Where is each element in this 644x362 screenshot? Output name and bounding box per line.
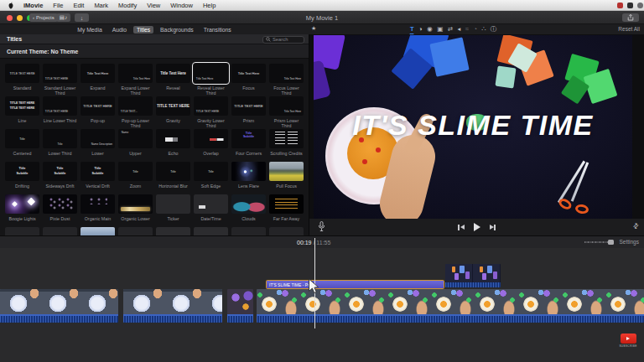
- display-status-icon[interactable]: [627, 3, 633, 8]
- title-thumb-focus[interactable]: Title Text HereFocus: [231, 64, 266, 96]
- title-thumb-expand[interactable]: Title Text HereExpand: [80, 64, 115, 96]
- title-thumb-line-lower-third[interactable]: TITLE TEXT HERELine Lower Third: [43, 96, 77, 129]
- teal-slime-cube: [495, 66, 516, 89]
- title-thumb-partial[interactable]: [43, 227, 77, 235]
- titles-settings-icon[interactable]: T: [410, 26, 414, 33]
- title-thumb-scrolling-credits[interactable]: Scrolling Credits: [269, 129, 304, 162]
- title-thumb-horizontal-blur[interactable]: TitleHorizontal Blur: [156, 162, 190, 194]
- title-thumb-reveal-lower-third[interactable]: Title Text HereReveal Lower Third: [194, 64, 228, 96]
- menu-item-view[interactable]: View: [142, 2, 165, 9]
- info-icon[interactable]: ⓘ: [491, 26, 497, 33]
- play-button[interactable]: [474, 223, 480, 231]
- menu-item-help[interactable]: Help: [198, 2, 221, 9]
- title-thumb-centered[interactable]: TitleCentered: [5, 129, 39, 162]
- title-preview: Title Subtitle: [231, 129, 266, 148]
- title-thumb-lower-third[interactable]: TitleLower Third: [43, 129, 77, 162]
- clip-slime-packets[interactable]: [227, 289, 253, 323]
- apple-menu-icon[interactable]: [8, 2, 14, 9]
- title-thumb-partial[interactable]: [194, 227, 228, 235]
- title-thumb-gravity-lower-third[interactable]: TITLE TEXT HEREGravity Lower Third: [194, 96, 228, 129]
- title-thumb-standard[interactable]: TITLE TEXT HEREStandard: [5, 64, 39, 96]
- clip-zoom-slider-thumb[interactable]: [608, 240, 614, 246]
- title-thumb-prism-lower-third[interactable]: Title Text HerePrism Lower Third: [269, 96, 304, 129]
- title-thumb-reveal[interactable]: Title Text HereReveal: [156, 64, 190, 96]
- cutaway-clip[interactable]: [445, 264, 501, 287]
- clip-mixing-1[interactable]: [0, 289, 118, 323]
- title-thumb-standard-lower-third[interactable]: TITLE TEXT HEREStandard Lower Third: [43, 64, 77, 96]
- noise-reduction-icon[interactable]: ≈: [465, 26, 469, 33]
- record-status-icon[interactable]: [617, 3, 623, 8]
- title-thumb-echo[interactable]: Echo: [156, 129, 190, 162]
- title-thumb-partial[interactable]: [269, 227, 304, 235]
- title-thumb-overlap[interactable]: Overlap: [194, 129, 228, 162]
- tab-my-media[interactable]: My Media: [74, 26, 105, 34]
- tab-audio[interactable]: Audio: [109, 26, 130, 34]
- title-thumb-lower[interactable]: Name DescriptionLower: [80, 129, 115, 162]
- title-thumb-drifting[interactable]: Title SubtitleDrifting: [5, 162, 39, 194]
- title-thumb-partial[interactable]: [118, 227, 153, 235]
- title-thumb-four-corners[interactable]: Title SubtitleFour Corners: [231, 129, 266, 162]
- title-thumb-ticker[interactable]: Ticker: [156, 194, 190, 227]
- title-clip-selected[interactable]: IT'S SLIME TIME - Prism: [266, 280, 444, 289]
- clock-status-icon[interactable]: [637, 3, 643, 8]
- title-thumb-soft-edge[interactable]: TitleSoft Edge: [194, 162, 228, 194]
- title-thumb-line[interactable]: TITLE TEXT HERE TITLE TEXT HERELine: [5, 96, 39, 129]
- title-thumb-focus-lower-third[interactable]: Title Text HereFocus Lower Third: [269, 64, 304, 96]
- menu-item-edit[interactable]: Edit: [68, 2, 89, 9]
- title-thumb-clouds[interactable]: Clouds: [231, 194, 266, 227]
- title-thumb-zoom[interactable]: TitleZoom: [118, 162, 153, 194]
- title-thumb-pop-up-lower-third[interactable]: TITLE TEXT...Pop-up Lower Third: [118, 96, 153, 129]
- tab-transitions[interactable]: Transitions: [200, 26, 235, 34]
- title-thumb-lens-flare[interactable]: Lens Flare: [231, 162, 266, 194]
- title-thumb-far-far-away[interactable]: Far Far Away: [269, 194, 304, 227]
- previous-frame-button[interactable]: [458, 225, 464, 230]
- menu-item-mark[interactable]: Mark: [89, 2, 113, 9]
- color-balance-icon[interactable]: ◉: [427, 26, 433, 33]
- title-thumb-gravity[interactable]: TITLE TEXT HEREGravity: [156, 96, 190, 129]
- reset-all-button[interactable]: Reset All: [618, 26, 640, 32]
- next-frame-button[interactable]: [490, 225, 496, 230]
- title-thumb-organic-main[interactable]: Organic Main: [80, 194, 115, 227]
- clip-zoom-slider[interactable]: [584, 241, 608, 243]
- title-preview: Title Text Here: [194, 64, 228, 83]
- title-thumb-pull-focus[interactable]: Pull Focus: [269, 162, 304, 194]
- title-thumb-partial[interactable]: [5, 227, 39, 235]
- title-thumb-partial[interactable]: [231, 227, 266, 235]
- menu-item-file[interactable]: File: [48, 2, 68, 9]
- title-thumb-expand-lower-third[interactable]: Title Text HereExpand Lower Third: [118, 64, 153, 96]
- title-label: Standard: [5, 85, 39, 90]
- title-thumb-date-time[interactable]: Date/Time: [194, 194, 228, 227]
- title-thumb-pop-up[interactable]: TITLE TEXT HEREPop-up: [80, 96, 115, 129]
- title-thumb-upper[interactable]: NameUpper: [118, 129, 153, 162]
- title-label: Vertical Drift: [80, 184, 115, 189]
- clip-mixing-2[interactable]: [123, 289, 222, 323]
- menu-item-modify[interactable]: Modify: [113, 2, 142, 9]
- title-preview: TITLE TEXT HERE: [231, 96, 266, 116]
- volume-icon[interactable]: ◂: [458, 26, 461, 33]
- filters-icon[interactable]: ∴: [481, 26, 486, 33]
- tab-titles[interactable]: Titles: [133, 26, 153, 34]
- search-input[interactable]: Search: [262, 36, 304, 44]
- menu-item-imovie[interactable]: iMovie: [18, 2, 48, 9]
- title-thumb-prism[interactable]: TITLE TEXT HEREPrism: [231, 96, 266, 129]
- menu-item-window[interactable]: Window: [165, 2, 198, 9]
- title-thumb-pixie-dust[interactable]: Pixie Dust: [43, 194, 77, 227]
- title-thumb-partial[interactable]: [80, 227, 115, 235]
- crop-icon[interactable]: ▣: [437, 26, 443, 33]
- title-thumb-organic-lower[interactable]: Organic Lower: [118, 194, 153, 227]
- title-thumb-partial[interactable]: [156, 227, 190, 235]
- title-thumb-sideways-drift[interactable]: Title SubtitleSideways Drift: [43, 162, 77, 194]
- title-thumb-vertical-drift[interactable]: Title SubtitleVertical Drift: [80, 162, 115, 194]
- transform-icon[interactable]: ⇄: [448, 26, 453, 33]
- speed-icon[interactable]: ◔: [473, 26, 477, 33]
- tab-backgrounds[interactable]: Backgrounds: [157, 26, 197, 34]
- viewer-video-preview[interactable]: IT'S SLIME TIME: [314, 35, 632, 219]
- title-thumb-boogie-lights[interactable]: Boogie Lights: [5, 194, 39, 227]
- title-preview-text: TITLE TEXT HERE TITLE TEXT HERE: [5, 96, 39, 116]
- timeline[interactable]: IT'S SLIME TIME - Prism SUBSCRIBE: [0, 248, 644, 362]
- title-preview: Title: [194, 162, 228, 181]
- color-correction-icon[interactable]: ◑: [418, 26, 423, 33]
- share-button[interactable]: [622, 13, 639, 22]
- timeline-settings-button[interactable]: Settings: [620, 239, 640, 245]
- enhance-wand-icon[interactable]: ★: [311, 25, 316, 32]
